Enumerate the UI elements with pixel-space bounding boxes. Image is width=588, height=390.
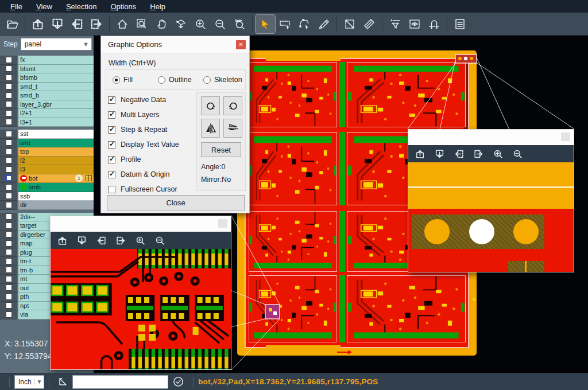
layer-visibility-checkbox[interactable] bbox=[6, 149, 12, 155]
layer-row-dir[interactable]: dir bbox=[0, 201, 94, 210]
radio-button[interactable] bbox=[113, 76, 120, 84]
layer-row-l3[interactable]: l3 bbox=[0, 165, 94, 174]
layer-visibility-checkbox[interactable] bbox=[6, 83, 12, 89]
radio-button[interactable] bbox=[158, 76, 165, 84]
step-select[interactable]: panel ▼ bbox=[21, 38, 92, 50]
select-arrow-button[interactable] bbox=[256, 15, 275, 33]
shift-right-icon[interactable] bbox=[474, 149, 483, 159]
layer-row-l2[interactable]: l2 bbox=[0, 157, 94, 166]
layer-visibility-checkbox[interactable] bbox=[6, 193, 12, 199]
layer-visibility-checkbox[interactable] bbox=[6, 110, 12, 116]
option-checkbox[interactable] bbox=[108, 126, 115, 134]
layer-visibility-checkbox[interactable] bbox=[6, 65, 12, 72]
open-folder-button[interactable] bbox=[2, 15, 22, 33]
zoom-in-icon[interactable] bbox=[493, 149, 503, 159]
layer-visibility-checkbox[interactable] bbox=[6, 157, 12, 163]
layer-row-l2+1[interactable]: l2+1 bbox=[0, 109, 94, 118]
filter-button[interactable] bbox=[385, 15, 405, 33]
layer-visibility-checkbox[interactable] bbox=[6, 223, 12, 229]
layer-row-bot[interactable]: bot1 bbox=[0, 174, 94, 184]
radio-skeleton[interactable]: Skeleton bbox=[203, 76, 242, 84]
popup-b-titlebar[interactable] bbox=[408, 130, 574, 145]
unit-select[interactable]: Inch ▼ bbox=[14, 375, 44, 389]
ruler-button[interactable] bbox=[359, 15, 379, 33]
layer-visibility-checkbox[interactable] bbox=[6, 101, 12, 107]
layer-name-cell[interactable]: top bbox=[18, 147, 94, 157]
layer-name-cell[interactable]: bfsmt bbox=[18, 65, 94, 74]
layer-visibility-checkbox[interactable] bbox=[6, 249, 12, 255]
dialog-titlebar[interactable]: Graphic Options ✕ bbox=[101, 36, 249, 53]
reset-button[interactable]: Reset bbox=[201, 142, 241, 157]
option-checkbox[interactable] bbox=[108, 96, 115, 104]
layer-visibility-checkbox[interactable] bbox=[6, 311, 12, 318]
zoom-out-icon[interactable] bbox=[513, 149, 523, 159]
layer-name-cell[interactable]: l2+1 bbox=[18, 109, 94, 118]
menu-item-view[interactable]: View bbox=[30, 2, 58, 11]
layer-visibility-checkbox[interactable] bbox=[6, 131, 12, 137]
radio-button[interactable] bbox=[203, 76, 211, 84]
layer-visibility-checkbox[interactable] bbox=[6, 276, 12, 282]
layer-visibility-checkbox[interactable] bbox=[6, 139, 12, 146]
command-input[interactable] bbox=[72, 375, 168, 389]
close-button[interactable]: Close bbox=[107, 195, 245, 210]
radio-outline[interactable]: Outline bbox=[158, 76, 197, 84]
layer-row-top[interactable]: top bbox=[0, 147, 94, 157]
mirror-horizontal-button[interactable] bbox=[201, 119, 220, 138]
radio-fill[interactable]: Fill bbox=[113, 76, 152, 84]
layer-name-cell[interactable]: bot1 bbox=[18, 174, 94, 184]
layer-row-l3+1[interactable]: l3+1 bbox=[0, 118, 94, 127]
zoom-in-icon[interactable] bbox=[136, 236, 145, 245]
rotate-ccw-button[interactable] bbox=[223, 96, 242, 115]
layer-visibility-checkbox[interactable] bbox=[6, 231, 12, 237]
layer-visibility-checkbox[interactable] bbox=[6, 267, 12, 273]
shift-left-icon[interactable] bbox=[96, 236, 106, 245]
layer-row-bfsmt[interactable]: bfsmt bbox=[0, 65, 94, 74]
dialog-close-button[interactable]: ✕ bbox=[236, 40, 246, 49]
layer-visibility-checkbox[interactable] bbox=[6, 175, 12, 181]
layer-name-cell[interactable]: smb bbox=[18, 183, 94, 192]
layer-name-cell[interactable]: l3 bbox=[18, 165, 94, 174]
layer-visibility-checkbox[interactable] bbox=[6, 258, 12, 264]
menu-item-options[interactable]: Options bbox=[105, 2, 142, 11]
option-datum-origin[interactable]: Datum & Origin bbox=[108, 167, 179, 182]
layer-visibility-checkbox[interactable] bbox=[6, 213, 12, 220]
layer-visibility-checkbox[interactable] bbox=[6, 57, 12, 63]
layer-row-smt[interactable]: smt bbox=[0, 139, 94, 148]
pan-hand-button[interactable] bbox=[152, 15, 171, 33]
view-box-button[interactable] bbox=[405, 15, 424, 33]
zoom-previous-button[interactable] bbox=[230, 15, 249, 33]
popup-a-window-button[interactable] bbox=[218, 219, 227, 228]
layer-name-cell[interactable]: l3+1 bbox=[18, 118, 94, 127]
menu-item-help[interactable]: Help bbox=[144, 2, 171, 11]
option-multi-layers[interactable]: Multi Layers bbox=[108, 107, 179, 122]
angle-icon[interactable] bbox=[57, 376, 69, 388]
shift-left-icon[interactable] bbox=[454, 149, 464, 159]
layer-row-fx[interactable]: fx bbox=[0, 56, 94, 65]
layer-visibility-checkbox[interactable] bbox=[6, 284, 12, 291]
shift-right-button[interactable] bbox=[87, 15, 106, 33]
brush-select-button[interactable] bbox=[314, 15, 334, 33]
option-checkbox[interactable] bbox=[108, 141, 115, 149]
layer-visibility-checkbox[interactable] bbox=[6, 184, 12, 190]
shift-right-icon[interactable] bbox=[116, 236, 126, 245]
layer-name-cell[interactable]: fx bbox=[18, 56, 94, 65]
option-negative-data[interactable]: Negative Data bbox=[108, 92, 179, 107]
layer-visibility-checkbox[interactable] bbox=[6, 302, 12, 309]
layer-row-smd_t[interactable]: smd_t bbox=[0, 83, 94, 92]
layer-visibility-checkbox[interactable] bbox=[6, 119, 12, 125]
layer-visibility-checkbox[interactable] bbox=[6, 92, 12, 99]
layer-row-bfsmb[interactable]: bfsmb bbox=[0, 73, 94, 83]
layer-name-cell[interactable]: dir bbox=[18, 201, 94, 210]
layer-row-smd_b[interactable]: smd_b bbox=[0, 91, 94, 100]
layer-row-smb[interactable]: smb bbox=[0, 183, 94, 192]
layer-row-layer_3.gbr[interactable]: layer_3.gbr bbox=[0, 100, 94, 110]
layer-visibility-checkbox[interactable] bbox=[6, 240, 12, 247]
shift-up-button[interactable] bbox=[28, 15, 48, 33]
mirror-vertical-button[interactable] bbox=[223, 119, 242, 138]
layer-name-cell[interactable]: smd_b bbox=[18, 91, 94, 100]
layer-visibility-checkbox[interactable] bbox=[6, 75, 12, 81]
layer-name-cell[interactable]: l2 bbox=[18, 157, 94, 166]
layer-row-sst[interactable]: sst bbox=[0, 130, 94, 139]
report-button[interactable] bbox=[450, 15, 470, 33]
popup-b-content[interactable] bbox=[408, 162, 574, 272]
